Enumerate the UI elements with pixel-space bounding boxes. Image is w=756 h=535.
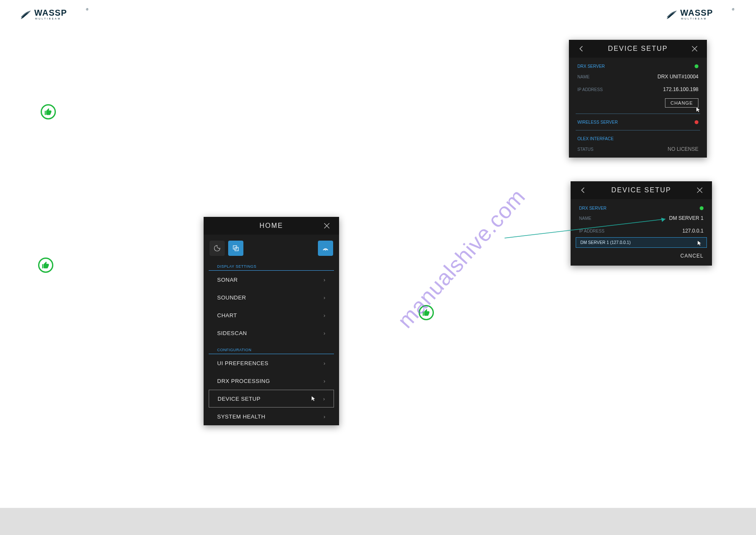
menu-item-drx-processing[interactable]: DRX PROCESSING ›: [209, 372, 334, 390]
name-value: DM SERVER 1: [669, 215, 704, 221]
watermark: manualshive.com: [392, 184, 530, 333]
chevron-right-icon: ›: [323, 294, 326, 301]
menu-item-label: DEVICE SETUP: [218, 396, 260, 402]
chevron-right-icon: ›: [323, 396, 325, 402]
close-icon[interactable]: [689, 43, 700, 54]
change-button[interactable]: CHANGE: [665, 98, 698, 108]
chevron-right-icon: ›: [323, 312, 326, 319]
menu-item-sonar[interactable]: SONAR ›: [209, 271, 334, 288]
menu-item-sidescan[interactable]: SIDESCAN ›: [209, 324, 334, 342]
name-value: DRX UNIT#10004: [657, 74, 698, 80]
device-setup-2-title: DEVICE SETUP: [611, 186, 671, 194]
sonar-quick-button[interactable]: [318, 241, 333, 256]
svg-text:®: ®: [732, 8, 734, 11]
name-label: NAME: [579, 216, 591, 221]
ip-label: IP ADDRESS: [579, 229, 604, 233]
menu-item-chart[interactable]: CHART ›: [209, 306, 334, 324]
menu-item-label: SOUNDER: [217, 294, 246, 301]
menu-item-ui-preferences[interactable]: UI PREFERENCES ›: [209, 354, 334, 372]
chevron-right-icon: ›: [323, 330, 326, 336]
cursor-icon: [696, 107, 701, 113]
name-label: NAME: [577, 75, 590, 79]
status-value: NO LICENSE: [668, 146, 698, 152]
status-dot-green: [700, 206, 704, 210]
menu-item-label: SYSTEM HEALTH: [217, 413, 265, 420]
chevron-right-icon: ›: [323, 360, 326, 366]
ip-value: 127.0.0.1: [682, 228, 704, 234]
close-icon[interactable]: [694, 185, 705, 196]
page-header: WASSP MULTIBEAM ® WASSP MULTIBEAM ®: [0, 0, 756, 30]
cursor-icon: [311, 396, 316, 402]
brand-logo-right: WASSP MULTIBEAM ®: [665, 6, 737, 22]
night-mode-button[interactable]: [210, 241, 225, 256]
thumbs-up-icon: [41, 104, 56, 119]
olex-interface-label: OLEX INTERFACE: [577, 136, 614, 141]
menu-item-label: DRX PROCESSING: [217, 378, 270, 384]
menu-item-label: CHART: [217, 312, 237, 319]
display-settings-label: DISPLAY SETTINGS: [209, 258, 334, 271]
back-icon[interactable]: [576, 43, 587, 54]
svg-text:MULTIBEAM: MULTIBEAM: [681, 17, 707, 20]
svg-text:WASSP: WASSP: [34, 8, 67, 17]
chevron-right-icon: ›: [323, 277, 326, 283]
chevron-right-icon: ›: [323, 378, 326, 384]
device-setup-2-header: DEVICE SETUP: [571, 181, 712, 199]
status-label: STATUS: [577, 147, 593, 152]
home-panel-header: HOME: [204, 217, 339, 235]
thumbs-up-icon: [38, 258, 53, 273]
ip-label: IP ADDRESS: [577, 87, 603, 92]
wireless-server-label: WIRELESS SERVER: [577, 120, 618, 125]
back-icon[interactable]: [577, 185, 588, 196]
status-dot-red: [695, 120, 698, 124]
configuration-label: CONFIGURATION: [209, 342, 334, 354]
device-setup-1-header: DEVICE SETUP: [569, 40, 707, 58]
drx-server-label: DRX SERVER: [577, 64, 605, 69]
menu-item-sounder[interactable]: SOUNDER ›: [209, 288, 334, 306]
cancel-button[interactable]: CANCEL: [680, 253, 704, 259]
layout-button[interactable]: [228, 241, 243, 256]
device-setup-panel-1: DEVICE SETUP DRX SERVER NAME DRX UNIT#10…: [569, 40, 707, 158]
server-option[interactable]: DM SERVER 1 (127.0.0.1): [576, 237, 707, 248]
menu-item-label: SONAR: [217, 277, 238, 283]
ip-value: 172.16.100.198: [663, 86, 698, 92]
menu-item-system-health[interactable]: SYSTEM HEALTH ›: [209, 407, 334, 425]
server-option-label: DM SERVER 1 (127.0.0.1): [580, 240, 631, 245]
svg-point-8: [325, 249, 326, 250]
svg-text:WASSP: WASSP: [680, 8, 713, 17]
status-dot-green: [695, 64, 698, 68]
svg-text:MULTIBEAM: MULTIBEAM: [35, 17, 61, 20]
device-setup-panel-2: DEVICE SETUP DRX SERVER NAME DM SERVER 1…: [571, 181, 712, 266]
quick-actions: [204, 235, 339, 258]
home-panel: HOME DISPLAY SETTINGS SONAR › SOUNDER › …: [204, 217, 339, 425]
drx-server-label: DRX SERVER: [579, 206, 607, 211]
close-icon[interactable]: [321, 220, 332, 231]
footer-band: [0, 508, 756, 535]
menu-item-label: UI PREFERENCES: [217, 360, 268, 366]
menu-item-device-setup[interactable]: DEVICE SETUP ›: [209, 390, 334, 407]
home-title: HOME: [259, 222, 283, 230]
brand-logo-left: WASSP MULTIBEAM ®: [19, 6, 91, 22]
cursor-icon: [697, 240, 702, 246]
chevron-right-icon: ›: [323, 413, 326, 420]
device-setup-1-title: DEVICE SETUP: [608, 45, 668, 53]
menu-item-label: SIDESCAN: [217, 330, 247, 336]
svg-text:®: ®: [86, 8, 88, 11]
thumbs-up-icon: [419, 305, 434, 320]
